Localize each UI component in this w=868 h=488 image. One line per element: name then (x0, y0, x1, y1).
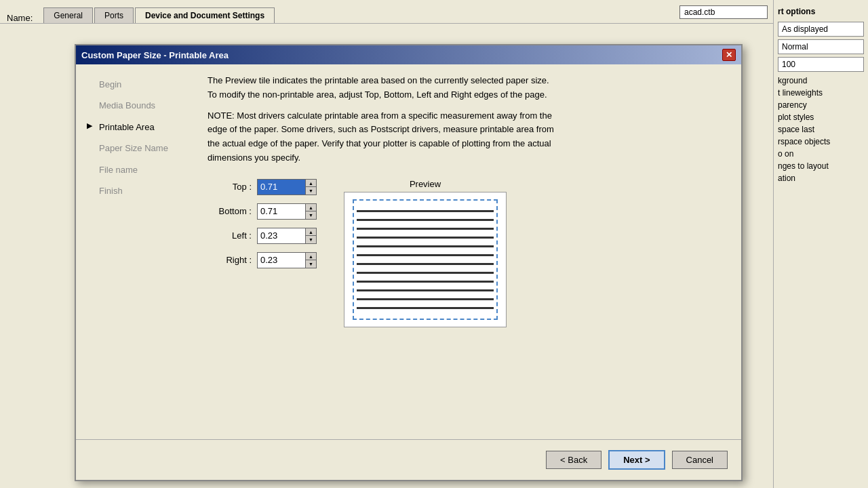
right-panel-lineweights: t lineweights (778, 87, 864, 99)
bottom-label: Bottom : (208, 206, 252, 216)
preview-line-12 (357, 307, 494, 309)
preview-line-2 (357, 219, 494, 221)
nav-paper-size-name[interactable]: Paper Size Name (85, 138, 201, 159)
right-panel-plot-styles: plot styles (778, 111, 864, 123)
back-button[interactable]: < Back (546, 451, 601, 469)
field-row-left: Left : ▲ ▼ (208, 228, 317, 244)
preview-line-1 (357, 210, 494, 212)
preview-line-6 (357, 254, 494, 256)
preview-lines (357, 203, 494, 316)
right-panel-ation: ation (778, 172, 864, 184)
field-row-bottom: Bottom : ▲ ▼ (208, 203, 317, 220)
preview-area: Preview (344, 179, 507, 327)
description-text-1: The Preview tile indicates the printable… (208, 74, 560, 102)
top-input-wrapper: ▲ ▼ (257, 179, 317, 195)
preview-line-10 (357, 289, 494, 291)
tab-ports[interactable]: Ports (94, 7, 134, 23)
acad-ctb-field[interactable]: acad.ctb (679, 5, 768, 19)
nav-file-name[interactable]: File name (85, 159, 201, 180)
preview-line-8 (357, 272, 494, 274)
form-fields: Top : ▲ ▼ Bottom : (208, 179, 317, 327)
preview-inner (353, 199, 498, 320)
cancel-button[interactable]: Cancel (672, 451, 728, 469)
bottom-input-wrapper: ▲ ▼ (257, 203, 317, 220)
left-spin-down[interactable]: ▼ (306, 235, 316, 243)
right-panel-layout: nges to layout (778, 160, 864, 172)
right-spin-up[interactable]: ▲ (306, 253, 316, 260)
right-panel-title: rt options (778, 5, 864, 18)
right-panel: rt options As displayed Normal 100 kgrou… (773, 0, 868, 488)
top-spin-down[interactable]: ▼ (306, 186, 316, 195)
right-panel-transparency: parency (778, 99, 864, 111)
description-text-2: NOTE: Most drivers calculate printable a… (208, 109, 560, 165)
left-label: Left : (208, 230, 252, 241)
nav-media-bounds[interactable]: Media Bounds (85, 95, 201, 116)
dialog-close-button[interactable]: ✕ (722, 49, 736, 61)
bottom-spin-buttons: ▲ ▼ (305, 204, 316, 219)
dialog-title: Custom Paper Size - Printable Area (81, 50, 229, 60)
right-input-wrapper: ▲ ▼ (257, 252, 317, 268)
preview-line-4 (357, 237, 494, 239)
left-input-wrapper: ▲ ▼ (257, 228, 317, 244)
preview-line-9 (357, 281, 494, 283)
preview-label: Preview (410, 179, 441, 189)
bottom-spin-up[interactable]: ▲ (306, 204, 316, 211)
right-panel-space-last: space last (778, 123, 864, 136)
dialog-body: Begin Media Bounds Printable Area Paper … (76, 64, 741, 439)
right-spin-down[interactable]: ▼ (306, 260, 316, 268)
preview-line-11 (357, 298, 494, 300)
tab-general[interactable]: General (43, 7, 93, 23)
nav-begin[interactable]: Begin (85, 74, 201, 95)
left-spin-up[interactable]: ▲ (306, 228, 316, 236)
bottom-input[interactable] (258, 204, 305, 219)
top-input[interactable] (258, 180, 305, 195)
bottom-spin-down[interactable]: ▼ (306, 211, 316, 219)
preview-line-5 (357, 245, 494, 247)
next-button[interactable]: Next > (608, 450, 665, 470)
left-input[interactable] (258, 228, 305, 243)
dialog-footer: < Back Next > Cancel (76, 439, 741, 480)
top-spin-up[interactable]: ▲ (306, 180, 316, 187)
as-displayed-box[interactable]: As displayed (778, 22, 864, 37)
nav-printable-area[interactable]: Printable Area (85, 117, 201, 138)
custom-paper-size-dialog: Custom Paper Size - Printable Area ✕ Beg… (75, 44, 743, 481)
right-spin-buttons: ▲ ▼ (305, 253, 316, 268)
right-panel-background: kground (778, 75, 864, 87)
preview-line-3 (357, 228, 494, 230)
field-row-right: Right : ▲ ▼ (208, 252, 317, 268)
zoom-box[interactable]: 100 (778, 57, 864, 72)
tab-device-settings[interactable]: Device and Document Settings (135, 7, 275, 23)
form-preview-row: Top : ▲ ▼ Bottom : (208, 179, 732, 327)
nav-finish[interactable]: Finish (85, 180, 201, 201)
preview-line-7 (357, 263, 494, 265)
normal-box[interactable]: Normal (778, 39, 864, 54)
dialog-nav: Begin Media Bounds Printable Area Paper … (85, 74, 208, 430)
right-panel-rspace-objects: rspace objects (778, 136, 864, 148)
right-input[interactable] (258, 253, 305, 268)
right-panel-on: o on (778, 148, 864, 160)
left-spin-buttons: ▲ ▼ (305, 228, 316, 243)
dialog-main-content: The Preview tile indicates the printable… (208, 74, 732, 430)
top-label: Top : (208, 182, 252, 192)
dialog-overlay: Custom Paper Size - Printable Area ✕ Beg… (75, 44, 746, 485)
preview-box (344, 192, 507, 327)
field-row-top: Top : ▲ ▼ (208, 179, 317, 195)
right-label: Right : (208, 255, 252, 265)
parent-tabs: General Ports Device and Document Settin… (43, 7, 275, 23)
top-spin-buttons: ▲ ▼ (305, 180, 316, 195)
name-label: Name: (7, 13, 33, 23)
dialog-titlebar: Custom Paper Size - Printable Area ✕ (76, 45, 741, 64)
